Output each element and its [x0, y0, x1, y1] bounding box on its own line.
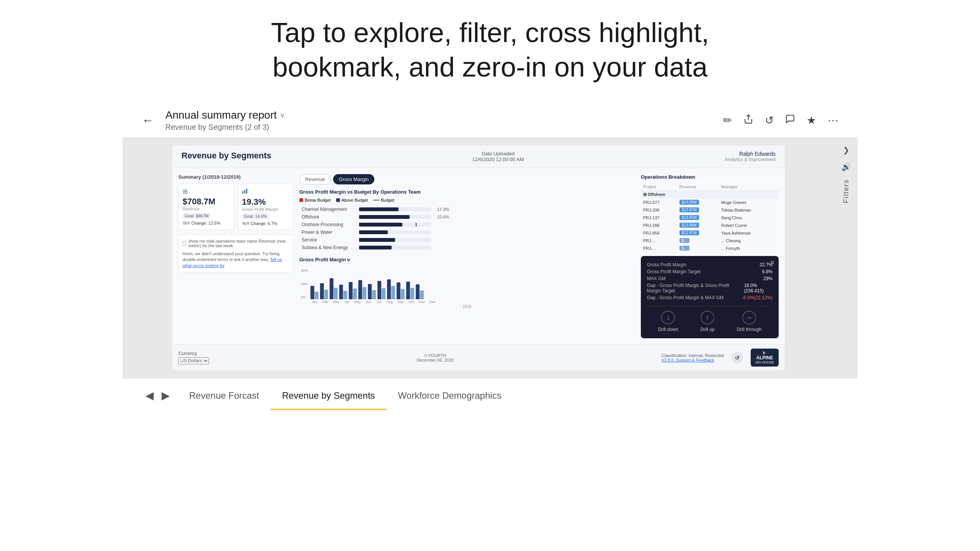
bar-fill [359, 223, 402, 227]
back-button[interactable]: ← [142, 113, 154, 127]
toggle-gross-margin[interactable]: Gross Margin [333, 174, 374, 184]
bar-bg [359, 215, 431, 219]
kpi-revenue-icon: ⊞ [183, 188, 230, 195]
mini-bar-dark [320, 283, 324, 299]
mini-chart: 40%20%0% [299, 265, 635, 299]
tooltip-label: Gross Profit Margin Target [647, 269, 701, 274]
bar-cell [357, 213, 433, 221]
mini-bar-light [353, 289, 357, 299]
bar-label: Service [299, 236, 357, 244]
bar-pct [433, 221, 635, 228]
hero-heading: Tap to explore, filter, cross highlight,… [271, 15, 709, 84]
dash-footer: Currency US Dollars © FOURTH December 06… [172, 344, 785, 370]
bar-group-mar [330, 278, 338, 299]
right-panel: Operations Breakdown Project Revenue Man… [641, 174, 779, 338]
tooltip-value: 16.0%(236.415) [744, 283, 773, 293]
drill-down-label: Drill down [658, 327, 678, 332]
mid-panel: Revenue Gross Margin Gross Profit Margin… [299, 174, 635, 338]
bar-cell [357, 244, 433, 251]
pencil-icon[interactable]: ✏ [723, 114, 732, 127]
project-revenue: $... [677, 237, 719, 245]
drill-up-button[interactable]: ↑ Drill up [700, 311, 714, 332]
nav-title-text: Annual summary report [165, 109, 277, 121]
project-revenue: $13.06M [677, 222, 719, 229]
mini-chart-bars [310, 278, 633, 299]
refresh-icon[interactable]: ↺ [765, 114, 774, 127]
mini-bar-light [343, 291, 347, 299]
bar-group-dec [416, 284, 424, 299]
toggle-revenue[interactable]: Revenue [299, 174, 331, 184]
tab-workforce-demographics[interactable]: Workforce Demographics [387, 383, 513, 410]
tab-revenue-forecast[interactable]: Revenue Forcast [178, 383, 271, 410]
drill-down-button[interactable]: ↓ Drill down [658, 311, 678, 332]
project-id: PRJ-577 [641, 199, 677, 206]
mini-bar-light [372, 290, 376, 299]
filters-label: Filters [842, 179, 850, 203]
mini-bar-light [315, 292, 318, 299]
dash-body: Summary (1/2019-12/2019) ⊞ $708.7M Reven… [172, 168, 785, 344]
table-row: PRJ-... $... ... Forsyth [641, 245, 779, 252]
mini-bar-light [401, 289, 405, 299]
mini-bar-dark [387, 279, 391, 299]
share-icon[interactable] [743, 114, 753, 127]
mini-bar-dark [310, 286, 314, 299]
kpi-gpm-yoy: YoY Change: 6.7% [242, 221, 289, 226]
data-uploaded-date: 12/6/2020 12:00:00 AM [472, 156, 524, 162]
project-revenue: $... [677, 245, 719, 252]
project-revenue: $12.97M [677, 229, 719, 237]
ops-header-row: Project Revenue Manager [641, 183, 779, 191]
kpi-gpm-icon [242, 188, 289, 196]
comment-icon[interactable] [785, 114, 795, 127]
sidebar-speaker-icon[interactable]: 🔊 [841, 162, 851, 171]
tab-revenue-by-segments[interactable]: Revenue by Segments [271, 383, 387, 410]
more-icon[interactable]: ⋯ [828, 114, 838, 127]
chat-box: show me total operations team name Reven… [178, 235, 293, 273]
nav-chevron-icon[interactable]: ∨ [280, 111, 285, 119]
bar-row-onshore: Onshore Processing [299, 221, 635, 228]
tab-prev-button[interactable]: ◀ [145, 389, 154, 402]
chat-text: show me total operations team name Reven… [188, 239, 289, 248]
project-id: PRJ-137 [641, 214, 677, 222]
bar-cell [357, 205, 433, 213]
nav-title: Annual summary report ∨ [165, 109, 723, 121]
bar-pct: 17.3% [433, 205, 635, 213]
footer-undo-button[interactable]: ↺ [732, 352, 743, 364]
drill-through-button[interactable]: → Drill through [737, 311, 761, 332]
bar-row-service: Service [299, 236, 635, 244]
bar-row-offshore: Offshore 22.6% [299, 213, 635, 221]
bar-label: Subsea & New Energy [299, 244, 357, 251]
drill-up-icon: ↑ [701, 311, 714, 324]
currency-select[interactable]: US Dollars [178, 357, 209, 364]
bar-group-jan [310, 286, 318, 299]
tab-next-button[interactable]: ▶ [162, 389, 170, 402]
tooltip-value-negative: -6.5%(22.12%) [742, 295, 773, 300]
tooltip-label: Gap - Gross Profit Margin & Gross Profit… [647, 283, 744, 293]
mini-bar-dark [377, 281, 381, 299]
project-revenue: $14.06M [677, 199, 719, 206]
legend-row: Below Budget Above Budget Budget [299, 198, 635, 202]
project-manager: Muge Graves [719, 199, 779, 206]
bar-bg [359, 230, 431, 234]
bar-group-jun [358, 280, 366, 299]
bar-bg [359, 246, 431, 249]
tooltip-close-button[interactable]: ✕ [770, 259, 775, 266]
app-frame: ← Annual summary report ∨ Revenue by Seg… [122, 103, 858, 412]
project-id: PRJ-286 [641, 222, 677, 229]
star-icon[interactable]: ★ [807, 114, 816, 127]
top-nav: ← Annual summary report ∨ Revenue by Seg… [122, 103, 858, 138]
mini-chart-section: Gross Profit Margin v 40%20%0% [299, 257, 635, 309]
drill-up-label: Drill up [700, 327, 714, 332]
mini-bar-light [324, 290, 328, 299]
user-name: Ralph Edwards [725, 151, 776, 157]
chat-checkbox[interactable] [183, 241, 186, 246]
mini-bar-dark [397, 282, 400, 299]
kpi-gpm-goal: Goal: 14.6% [242, 213, 269, 219]
bar-bg [359, 238, 431, 242]
project-manager: Sang Chou [719, 214, 779, 222]
drill-down-icon: ↓ [661, 311, 675, 324]
dash-user-info: Ralph Edwards Analytics & Improvement [725, 151, 776, 162]
sidebar-collapse-button[interactable]: ❯ [843, 145, 849, 155]
tooltip-label: Gross Profit Margin [647, 262, 686, 267]
chat-link[interactable]: Tell us what you're looking for [183, 257, 282, 267]
content-area: Revenue by Segments Data Uploaded 12/6/2… [122, 138, 858, 378]
